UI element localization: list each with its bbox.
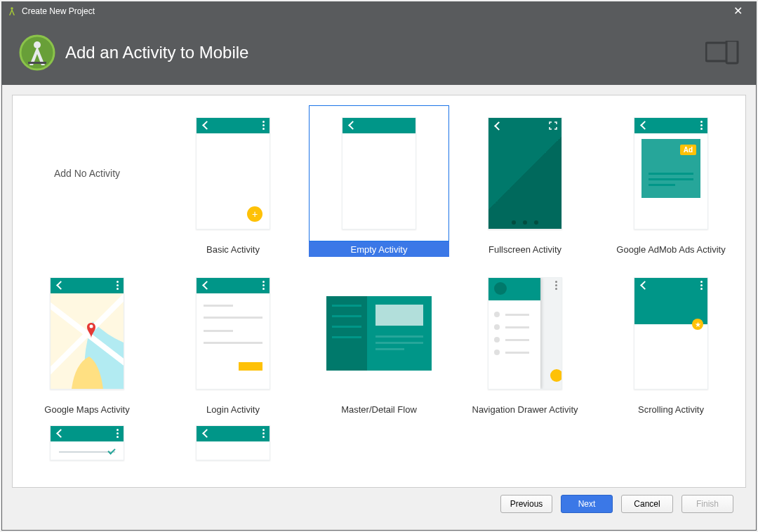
admob-card-icon: Ad xyxy=(641,139,700,198)
activity-tile-scrolling-activity[interactable]: ★ Scrolling Activity xyxy=(601,262,741,417)
activity-thumb-basic-activity: + xyxy=(163,105,303,241)
activity-thumb-empty-activity xyxy=(309,105,449,241)
add-no-activity-label: Add No Activity xyxy=(54,168,120,179)
drawer-underlay-icon xyxy=(540,278,561,389)
activity-template-grid: Add No Activity + xyxy=(13,95,745,462)
activity-tile-master-detail-flow[interactable]: Master/Detail Flow xyxy=(309,262,449,417)
back-icon xyxy=(494,122,501,129)
activity-tile-google-maps-activity[interactable]: Google Maps Activity xyxy=(17,262,157,417)
activity-thumb-cutoff-b xyxy=(163,425,303,459)
window-close-button[interactable]: ✕ xyxy=(724,3,752,20)
login-form-icon xyxy=(204,293,262,371)
back-icon xyxy=(56,430,63,437)
finish-button[interactable]: Finish xyxy=(681,495,733,513)
activity-caption: Master/Detail Flow xyxy=(309,401,449,417)
activity-tile-cutoff-a[interactable] xyxy=(17,423,157,459)
back-icon xyxy=(640,281,647,288)
ad-badge: Ad xyxy=(680,145,696,155)
activity-thumb-google-maps-activity xyxy=(17,265,157,401)
wizard-header: Add an Activity to Mobile xyxy=(2,20,756,85)
activity-thumb-login-activity xyxy=(163,265,303,401)
overflow-menu-icon xyxy=(117,281,119,290)
fab-add-icon: + xyxy=(247,206,262,222)
next-button[interactable]: Next xyxy=(561,495,613,513)
activity-thumb-add-no-activity: Add No Activity xyxy=(17,105,157,241)
activity-tile-google-admob-ads-activity[interactable]: Ad Google AdMob Ads Activity xyxy=(601,102,741,257)
activity-tile-basic-activity[interactable]: + Basic Activity xyxy=(163,102,303,257)
device-form-factor-icon xyxy=(705,41,739,65)
check-icon xyxy=(108,448,115,455)
back-icon xyxy=(202,430,209,437)
android-studio-icon xyxy=(6,6,18,17)
activity-tile-login-activity[interactable]: Login Activity xyxy=(163,262,303,417)
activity-thumb-google-admob-ads-activity: Ad xyxy=(601,105,741,241)
scrolling-hero-icon: ★ xyxy=(634,293,707,389)
activity-tile-add-no-activity[interactable]: Add No Activity xyxy=(17,102,157,257)
back-icon xyxy=(640,121,647,128)
activity-caption: Google AdMob Ads Activity xyxy=(601,241,741,257)
activity-template-scroll[interactable]: Add No Activity + xyxy=(13,95,745,487)
activity-caption: Fullscreen Activity xyxy=(455,241,595,257)
map-thumbnail-icon xyxy=(51,293,124,389)
activity-tile-navigation-drawer-activity[interactable]: Navigation Drawer Activity xyxy=(455,262,595,417)
activity-thumb-navigation-drawer-activity xyxy=(455,265,595,401)
cancel-button[interactable]: Cancel xyxy=(621,495,673,513)
overflow-menu-icon xyxy=(555,281,557,290)
android-studio-logo-icon xyxy=(19,34,55,71)
activity-thumb-scrolling-activity: ★ xyxy=(601,265,741,401)
back-icon xyxy=(202,121,209,128)
activity-thumb-fullscreen-activity xyxy=(455,105,595,241)
wizard-content: Add No Activity + xyxy=(2,85,756,530)
navigation-drawer-icon xyxy=(488,278,540,389)
activity-caption: Navigation Drawer Activity xyxy=(455,401,595,417)
previous-button[interactable]: Previous xyxy=(500,495,552,513)
wizard-window: Create New Project ✕ Add an Activity to … xyxy=(1,1,757,531)
back-icon xyxy=(202,281,209,288)
window-titlebar: Create New Project ✕ xyxy=(2,2,756,20)
activity-caption: Basic Activity xyxy=(163,241,303,257)
fab-icon xyxy=(550,369,562,382)
overflow-menu-icon xyxy=(262,281,265,290)
fullscreen-expand-icon xyxy=(549,121,557,130)
activity-caption: Empty Activity xyxy=(309,241,449,257)
wizard-button-row: Previous Next Cancel Finish xyxy=(12,488,746,520)
overflow-menu-icon xyxy=(700,281,703,290)
overflow-menu-icon xyxy=(117,429,119,438)
activity-thumb-cutoff-a xyxy=(17,425,157,459)
back-icon xyxy=(56,281,63,288)
settings-row-icon xyxy=(51,441,124,460)
activity-thumb-master-detail-flow xyxy=(309,265,449,401)
activity-tile-empty-activity[interactable]: Empty Activity xyxy=(309,102,449,257)
overflow-menu-icon xyxy=(262,429,265,438)
master-pane-icon xyxy=(326,296,367,371)
back-icon xyxy=(348,121,355,128)
activity-caption: Google Maps Activity xyxy=(17,401,157,417)
wizard-header-title: Add an Activity to Mobile xyxy=(65,43,705,62)
window-buttons: ✕ xyxy=(724,3,752,20)
detail-pane-icon xyxy=(367,296,432,371)
activity-caption: Login Activity xyxy=(163,401,303,417)
overflow-menu-icon xyxy=(262,121,265,130)
fab-star-icon: ★ xyxy=(692,319,703,330)
activity-caption xyxy=(17,241,157,257)
window-title: Create New Project xyxy=(22,6,724,16)
svg-point-8 xyxy=(90,325,93,328)
svg-rect-6 xyxy=(726,41,738,63)
activity-tile-fullscreen-activity[interactable]: Fullscreen Activity xyxy=(455,102,595,257)
activity-template-panel: Add No Activity + xyxy=(12,95,746,488)
svg-rect-4 xyxy=(28,62,46,64)
overflow-menu-icon xyxy=(700,121,703,130)
activity-caption: Scrolling Activity xyxy=(601,401,741,417)
activity-tile-cutoff-b[interactable] xyxy=(163,423,303,459)
navigation-dots-icon xyxy=(488,220,561,225)
